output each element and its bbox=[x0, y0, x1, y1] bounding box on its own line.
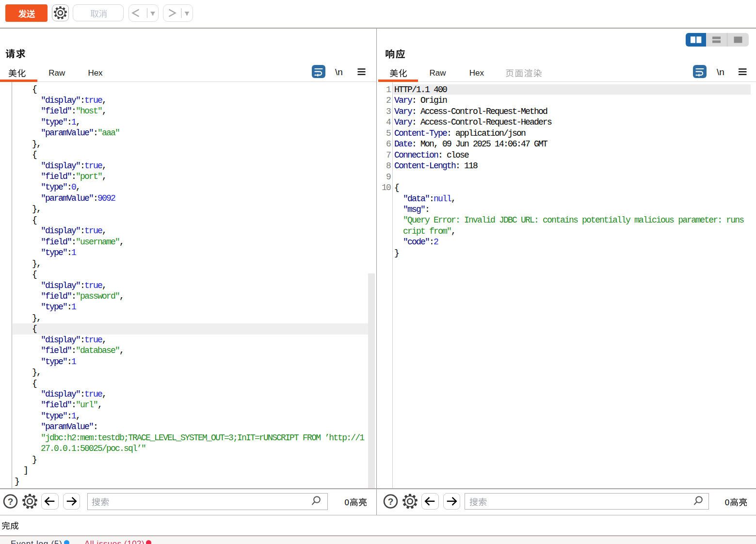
svg-text:?: ? bbox=[388, 496, 394, 507]
svg-text:?: ? bbox=[8, 496, 14, 507]
